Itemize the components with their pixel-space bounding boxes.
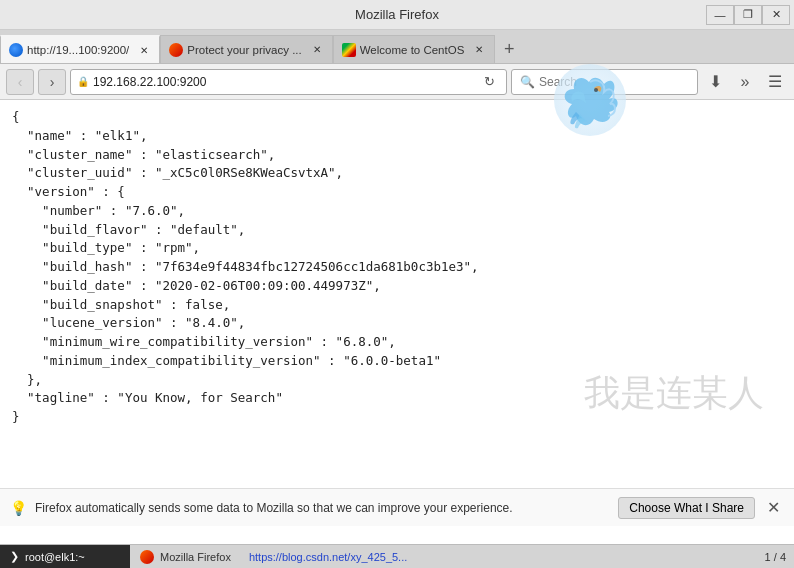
tab-3-close[interactable]: ✕ — [472, 43, 486, 57]
tab-2-favicon — [169, 43, 183, 57]
tab-1-favicon — [9, 43, 23, 57]
forward-button[interactable]: › — [38, 69, 66, 95]
tab-2-label: Protect your privacy ... — [187, 44, 301, 56]
tab-3[interactable]: Welcome to CentOS ✕ — [333, 35, 496, 63]
tab-3-label: Welcome to CentOS — [360, 44, 465, 56]
window-controls: — ❐ ✕ — [706, 5, 790, 25]
tab-2[interactable]: Protect your privacy ... ✕ — [160, 35, 332, 63]
tab-2-close[interactable]: ✕ — [310, 43, 324, 57]
refresh-button[interactable]: ↻ — [478, 71, 500, 93]
firefox-favicon — [140, 550, 154, 564]
choose-share-button[interactable]: Choose What I Share — [618, 497, 755, 519]
tab-1-label: http://19...100:9200/ — [27, 44, 129, 56]
address-bar[interactable]: 🔒 ↻ — [70, 69, 507, 95]
firefox-label: Mozilla Firefox — [160, 551, 231, 563]
window-title: Mozilla Firefox — [355, 7, 439, 22]
search-input[interactable] — [539, 75, 689, 89]
tab-3-favicon — [342, 43, 356, 57]
notification-icon: 💡 — [10, 500, 27, 516]
firefox-status[interactable]: Mozilla Firefox — [130, 545, 241, 568]
tab-1-close[interactable]: ✕ — [137, 43, 151, 57]
page-count: 1 / 4 — [757, 551, 794, 563]
close-button[interactable]: ✕ — [762, 5, 790, 25]
more-tabs-button[interactable]: » — [732, 69, 758, 95]
title-bar: Mozilla Firefox — ❐ ✕ — [0, 0, 794, 30]
minimize-button[interactable]: — — [706, 5, 734, 25]
menu-button[interactable]: ☰ — [762, 69, 788, 95]
tab-1[interactable]: http://19...100:9200/ ✕ — [0, 35, 160, 63]
status-url: https://blog.csdn.net/xy_425_5... — [241, 551, 757, 563]
pocket-button[interactable]: ⬇ — [702, 69, 728, 95]
search-icon: 🔍 — [520, 75, 535, 89]
back-button[interactable]: ‹ — [6, 69, 34, 95]
json-content: { "name" : "elk1", "cluster_name" : "ela… — [12, 108, 782, 427]
restore-button[interactable]: ❐ — [734, 5, 762, 25]
terminal-status[interactable]: ❯ root@elk1:~ — [0, 545, 130, 568]
notification-close-button[interactable]: ✕ — [763, 498, 784, 517]
search-bar[interactable]: 🔍 — [511, 69, 698, 95]
terminal-label: root@elk1:~ — [25, 551, 85, 563]
content-area: { "name" : "elk1", "cluster_name" : "ela… — [0, 100, 794, 510]
address-input[interactable] — [93, 75, 474, 89]
tab-bar: http://19...100:9200/ ✕ Protect your pri… — [0, 30, 794, 64]
nav-bar: ‹ › 🔒 ↻ 🔍 ⬇ » ☰ — [0, 64, 794, 100]
notification-bar: 💡 Firefox automatically sends some data … — [0, 488, 794, 526]
new-tab-button[interactable]: + — [495, 35, 523, 63]
status-bar: ❯ root@elk1:~ Mozilla Firefox https://bl… — [0, 544, 794, 568]
security-icon: 🔒 — [77, 76, 89, 87]
terminal-icon: ❯ — [10, 550, 19, 563]
notification-text: Firefox automatically sends some data to… — [35, 501, 610, 515]
